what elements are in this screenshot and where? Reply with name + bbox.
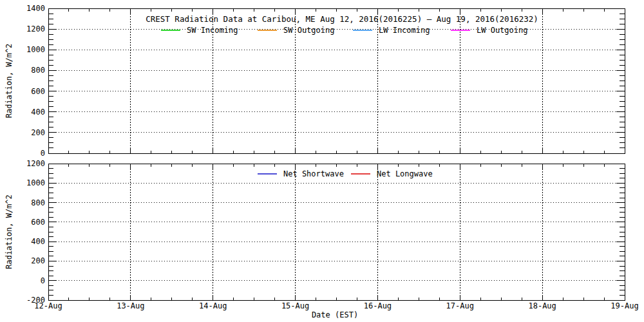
x-tick-label: 13-Aug <box>117 301 144 310</box>
y-axis-label: Radiation, W/m^2 <box>5 194 14 269</box>
y-tick-label: 800 <box>31 66 45 75</box>
y-tick-label: 200 <box>31 128 45 137</box>
legend-label: SW Incoming <box>187 26 238 35</box>
legend-label: LW Outgoing <box>477 26 527 35</box>
chart-title: CREST Radiation Data at Caribou, ME Aug … <box>146 14 538 24</box>
y-tick-label: 600 <box>31 218 45 227</box>
x-tick-label: 14-Aug <box>199 301 227 310</box>
bottom-panel: -200020040060080010001200Radiation, W/m^… <box>5 159 639 319</box>
y-tick-label: 1200 <box>26 159 45 168</box>
legend: SW IncomingSW OutgoingLW IncomingLW Outg… <box>161 26 527 35</box>
y-tick-label: 600 <box>31 87 45 96</box>
y-tick-label: 1000 <box>26 45 45 54</box>
x-tick-label: 12-Aug <box>34 301 62 310</box>
radiation-plot-figure: 0200400600800100012001400CREST Radiation… <box>0 0 644 322</box>
legend: Net ShortwaveNet Longwave <box>258 169 433 178</box>
legend-label: SW Outgoing <box>283 26 334 35</box>
y-tick-label: 1000 <box>26 178 45 187</box>
panel-frame <box>48 8 625 153</box>
y-tick-label: 0 <box>41 149 45 158</box>
y-tick-label: 1400 <box>26 4 45 13</box>
x-tick-label: 15-Aug <box>281 301 309 310</box>
panel-frame <box>48 164 625 300</box>
top-panel: 0200400600800100012001400CREST Radiation… <box>5 4 625 158</box>
x-tick-label: 17-Aug <box>446 301 474 310</box>
y-tick-label: 0 <box>41 276 45 285</box>
chart-canvas: 0200400600800100012001400CREST Radiation… <box>0 0 644 322</box>
x-tick-label: 19-Aug <box>611 301 638 310</box>
y-tick-label: 1200 <box>26 24 45 33</box>
x-tick-label: 18-Aug <box>528 301 556 310</box>
x-axis-label: Date (EST) <box>312 310 358 319</box>
y-tick-label: 400 <box>31 108 45 117</box>
x-tick-label: 16-Aug <box>364 301 392 310</box>
legend-label: Net Shortwave <box>283 169 344 178</box>
y-axis-label: Radiation, W/m^2 <box>5 44 14 118</box>
y-tick-label: 200 <box>31 256 45 265</box>
y-tick-label: 800 <box>31 198 45 207</box>
legend-label: Net Longwave <box>377 169 433 178</box>
legend-label: LW Incoming <box>379 26 430 35</box>
y-tick-label: 400 <box>31 237 45 246</box>
